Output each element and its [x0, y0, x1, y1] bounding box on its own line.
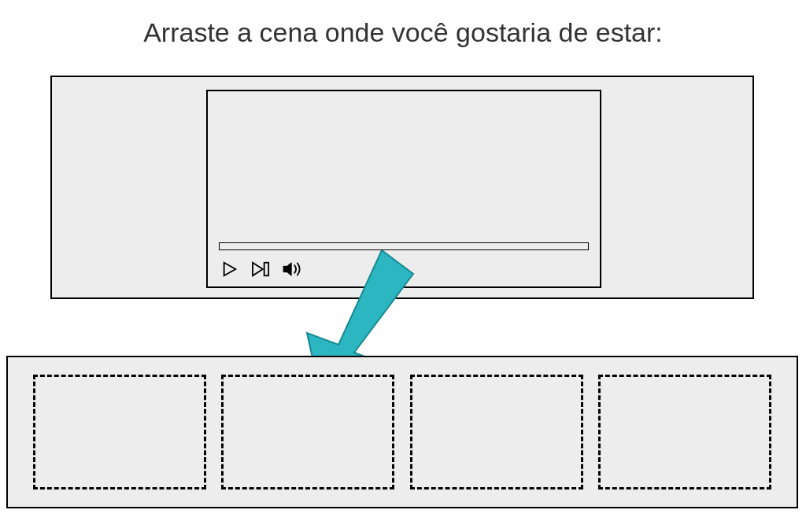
dropzones-panel — [6, 356, 798, 508]
play-icon[interactable] — [219, 260, 241, 279]
dropzone-3[interactable] — [410, 375, 583, 490]
svg-marker-0 — [224, 263, 236, 276]
play-step-icon[interactable] — [250, 260, 272, 279]
dropzone-4[interactable] — [598, 375, 771, 490]
svg-marker-1 — [253, 263, 263, 276]
dropzone-2[interactable] — [221, 375, 394, 490]
page-title: Arraste a cena onde você gostaria de est… — [0, 0, 806, 48]
volume-icon[interactable] — [282, 260, 304, 279]
svg-marker-3 — [283, 263, 291, 276]
video-controls — [219, 260, 304, 279]
video-preview-panel — [50, 76, 754, 299]
progress-bar[interactable] — [219, 242, 589, 250]
svg-rect-2 — [264, 263, 269, 276]
video-frame[interactable] — [206, 90, 601, 288]
dropzone-1[interactable] — [33, 375, 206, 490]
